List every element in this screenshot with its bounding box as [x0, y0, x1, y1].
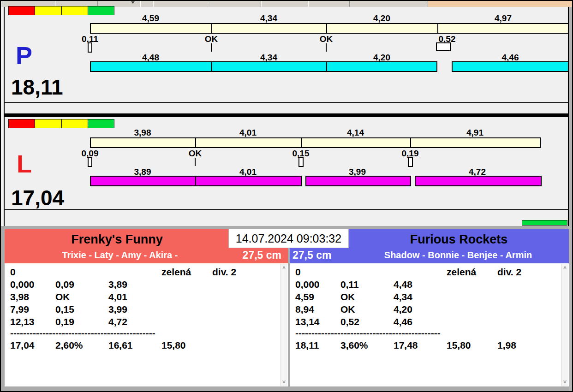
scrollbar[interactable]: ˄ ˅: [561, 264, 568, 386]
jump-height: 27,5 cm: [243, 248, 281, 263]
leg-divider: [326, 62, 327, 71]
exchange-label: OK: [195, 34, 227, 44]
lane-l-substrip: [4, 209, 569, 226]
scroll-down-icon[interactable]: ˅: [281, 379, 287, 385]
exchange-tick-marker: [195, 158, 196, 166]
lane-panel-l: 3,98 4,01 4,14 4,91 0,09 OK 0,15 0,19 3,…: [4, 117, 569, 209]
team-results-left: 0zelenádiv. 2 0,0000,093,89 3,98OK4,01 7…: [5, 263, 288, 386]
lane-total-time: 18,11: [11, 77, 63, 98]
split-time-label: 4,14: [301, 128, 410, 138]
table-separator: ----------------------------------------…: [290, 328, 569, 339]
exchange-box-marker: [408, 157, 413, 167]
toolbar-cell[interactable]: [350, 1, 428, 7]
light-yellow: [35, 6, 61, 15]
start-lights: [8, 119, 114, 128]
split-divider: [195, 138, 196, 147]
light-red: [9, 6, 35, 15]
table-row: 12,130,194,72: [5, 315, 288, 328]
results-section: Frenky's Funny Trixie - Laty - Amy - Aki…: [1, 226, 569, 391]
dropdown-arrow-icon[interactable]: [131, 1, 135, 4]
scroll-down-icon[interactable]: ˅: [562, 379, 568, 385]
split-divider: [326, 24, 327, 33]
team-results-right: 0zelenádiv. 2 0,0000,114,48 4,59OK4,34 8…: [290, 263, 569, 386]
exchange-box-marker: [298, 157, 304, 167]
split-divider: [437, 24, 438, 33]
toolbar-cell[interactable]: [261, 1, 308, 7]
lane-letter: L: [17, 151, 32, 176]
title-strip: [428, 1, 572, 7]
team-panel-left: Frenky's Funny Trixie - Laty - Amy - Aki…: [5, 229, 288, 386]
toolbar-cell[interactable]: [153, 1, 209, 7]
team-name: Frenky's Funny: [5, 229, 229, 248]
lane-p-substrip: [4, 102, 569, 113]
datetime-display: 14.07.2024 09:03:32: [228, 229, 349, 248]
split-bar: [90, 137, 541, 148]
leg-bar-segment: [305, 176, 411, 186]
table-totals-row: 18,113,60%17,4815,801,98: [290, 339, 569, 351]
right-edge-strip: [569, 7, 572, 391]
team-dogs: Trixie - Laty - Amy - Akira -: [5, 248, 235, 263]
table-row: 3,98OK4,01: [5, 291, 288, 303]
leg-bar: [90, 176, 302, 186]
split-time-label: 4,20: [326, 13, 437, 24]
toolbar-cell[interactable]: [140, 1, 153, 7]
scroll-up-icon[interactable]: ˄: [562, 265, 568, 271]
lane-panel-p: 4,59 4,34 4,20 4,97 0,11 OK OK 0,52 4,48…: [4, 7, 569, 113]
table-separator: ----------------------------------------…: [5, 328, 288, 339]
toolbar-cell[interactable]: [308, 1, 350, 7]
split-time-label: 4,97: [437, 13, 569, 24]
leg-bar-segment: [415, 176, 542, 186]
exchange-box-marker: [88, 157, 92, 167]
table-row: 0,0000,114,48: [290, 278, 569, 291]
light-green: [88, 119, 114, 128]
light-yellow: [35, 119, 61, 128]
leg-divider: [211, 62, 212, 71]
split-time-label: 4,91: [410, 128, 540, 138]
table-row: 0zelenádiv. 2: [5, 266, 288, 278]
toolbar-cell[interactable]: [209, 1, 261, 7]
lane-total-time: 17,04: [11, 187, 64, 208]
team-dogs: Shadow - Bonnie - Benjee - Armin: [347, 248, 569, 263]
jump-height: 27,5 cm: [292, 248, 331, 263]
exchange-box-marker: [436, 42, 451, 51]
team-panel-right: Furious Rockets Shadow - Bonnie - Benjee…: [290, 229, 569, 386]
table-row: 0zelenádiv. 2: [290, 266, 569, 278]
table-row: 13,140,524,46: [290, 315, 569, 328]
split-time-label: 4,59: [90, 13, 211, 24]
split-bar: [90, 23, 569, 34]
exchange-box-marker: [88, 42, 92, 53]
table-row: 8,94OK4,20: [290, 303, 569, 315]
leg-bar: [90, 61, 437, 72]
split-divider: [410, 138, 411, 147]
scrollbar[interactable]: ˄ ˅: [281, 264, 287, 386]
split-time-label: 3,98: [90, 128, 195, 138]
light-yellow: [62, 6, 88, 15]
exchange-tick-marker: [211, 43, 212, 52]
scroll-up-icon[interactable]: ˄: [281, 265, 287, 271]
lane-letter: P: [16, 43, 32, 68]
table-row: 0,0000,093,89: [5, 278, 288, 291]
exchange-tick-marker: [326, 43, 327, 52]
table-row: 7,990,153,99: [5, 303, 288, 315]
split-time-label: 4,34: [211, 13, 326, 24]
light-yellow: [62, 119, 88, 128]
team-name: Furious Rockets: [349, 229, 569, 248]
lane-divider: [4, 113, 569, 117]
exchange-label: OK: [310, 34, 342, 44]
table-row: 4,59OK4,34: [290, 291, 569, 303]
progress-green-bar: [522, 220, 567, 226]
split-divider: [301, 138, 302, 147]
light-red: [9, 119, 35, 128]
split-divider: [211, 24, 212, 33]
table-totals-row: 17,042,60%16,6115,80: [5, 339, 288, 351]
exchange-label: OK: [179, 148, 211, 159]
leg-divider: [195, 177, 196, 185]
split-time-label: 4,01: [195, 128, 301, 138]
leg-bar-segment: [452, 61, 569, 72]
